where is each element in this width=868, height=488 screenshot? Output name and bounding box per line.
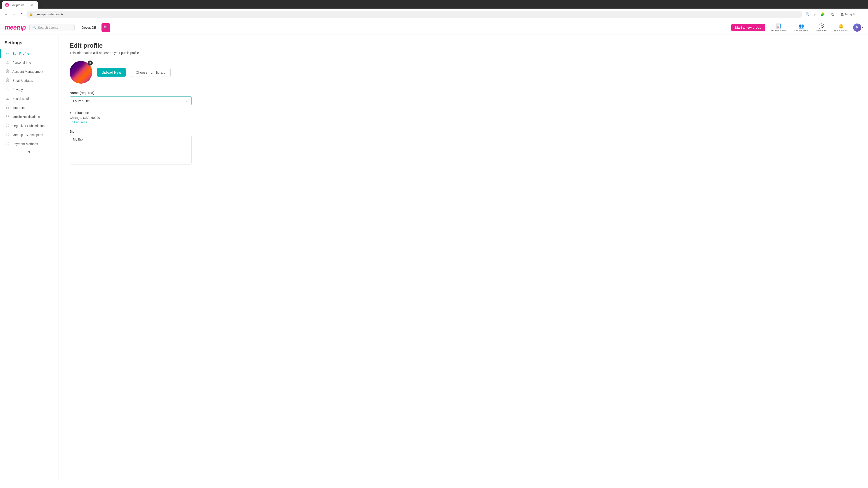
svg-rect-6 — [6, 89, 9, 91]
sidebar-item-privacy[interactable]: Privacy — [0, 85, 59, 94]
notifications-icon: 🔔 — [838, 23, 844, 29]
name-label: Name (required) — [70, 91, 192, 95]
edit-address-link[interactable]: Edit address — [70, 121, 87, 124]
address-bar[interactable]: 🔒 — [26, 11, 802, 18]
incognito-badge: 🕵️ Incognito — [839, 12, 858, 17]
meetup-header: meetup 🔍 Search events Dover, DE 🔍 Start… — [0, 20, 868, 35]
pro-dashboard-label: Pro Dashboard — [771, 29, 787, 32]
reload-button[interactable]: ↻ — [19, 11, 25, 18]
subtitle-bold: will — [93, 51, 98, 55]
sidebar-item-email-updates[interactable]: Email Updates — [0, 76, 59, 85]
bio-section: Bio My Bio — [70, 129, 192, 165]
location-value: Chicago, USA, 60290 — [70, 116, 192, 120]
sidebar-item-payment-methods[interactable]: Payment Methods — [0, 139, 59, 149]
svg-point-0 — [7, 52, 8, 53]
search-nav-icon[interactable]: 🔍 — [804, 11, 811, 18]
sidebar-mobile-notifications-label: Mobile Notifications — [12, 115, 40, 119]
incognito-label: Incognito — [845, 13, 856, 16]
page-title: Edit profile — [70, 42, 857, 49]
svg-point-5 — [7, 80, 8, 80]
social-media-icon — [5, 96, 10, 101]
meetup-logo[interactable]: meetup — [4, 24, 26, 31]
sidebar-account-management-label: Account Management — [12, 70, 43, 73]
photo-section: × Upload New Choose from library — [70, 61, 857, 84]
search-placeholder: Search events — [38, 26, 58, 29]
location-display: Dover, DE — [82, 26, 96, 29]
page-subtitle: This information will appear on your pub… — [70, 51, 857, 55]
lock-icon: 🔒 — [29, 13, 33, 16]
sidebar-personal-info-label: Personal Info — [12, 61, 31, 64]
interests-icon — [5, 105, 10, 110]
menu-icon[interactable]: ⋮ — [859, 11, 865, 18]
nav-bar: ← → ↻ 🔒 🔍 ☆ 🧩 ⧉ 🕵️ Incognito ⋮ — [0, 8, 868, 20]
sidebar-item-organizer-subscription[interactable]: Organizer Subscription — [0, 121, 59, 130]
connections-icon: 👥 — [799, 23, 804, 29]
svg-point-13 — [7, 143, 8, 144]
start-new-group-button[interactable]: Start a new group — [731, 24, 765, 31]
forward-button[interactable]: → — [11, 11, 17, 18]
avatar-chevron-icon: ▾ — [862, 26, 864, 29]
pro-dashboard-nav-item[interactable]: 📊 Pro Dashboard — [769, 22, 789, 33]
svg-marker-10 — [6, 106, 9, 109]
tab-favicon: M — [5, 3, 8, 6]
address-input[interactable] — [35, 13, 799, 16]
sidebar-item-edit-profile[interactable]: Edit Profile — [0, 49, 59, 58]
choose-library-button[interactable]: Choose from library — [131, 68, 170, 77]
sidebar-item-meetup-plus[interactable]: Meetup+ Subscription — [0, 130, 59, 139]
connections-nav-item[interactable]: 👥 Connections — [793, 22, 810, 33]
sidebar-interests-label: Interests — [12, 106, 25, 109]
sidebar-meetup-plus-label: Meetup+ Subscription — [12, 133, 43, 137]
pro-dashboard-icon: 📊 — [776, 23, 782, 29]
notifications-nav-item[interactable]: 🔔 Notifications — [832, 22, 849, 33]
browser-tab[interactable]: M Edit profile ✕ — [2, 1, 38, 8]
nav-separator2 — [837, 12, 837, 17]
tab-title: Edit profile — [10, 3, 24, 7]
sidebar-privacy-label: Privacy — [12, 88, 23, 92]
new-tab-button[interactable]: + — [40, 4, 42, 8]
back-button[interactable]: ← — [3, 11, 9, 18]
privacy-icon — [5, 88, 10, 92]
meetup-plus-icon — [5, 133, 10, 137]
extensions-icon[interactable]: 🧩 — [819, 11, 826, 18]
edit-profile-icon — [5, 51, 10, 56]
messages-nav-item[interactable]: 💬 Messages — [814, 22, 829, 33]
sidebar-item-social-media[interactable]: Social Media — [0, 94, 59, 103]
bio-label: Bio — [70, 129, 192, 133]
nav-actions: 🔍 ☆ 🧩 ⧉ 🕵️ Incognito ⋮ — [804, 11, 865, 18]
svg-point-11 — [7, 125, 8, 126]
search-bar[interactable]: 🔍 Search events — [29, 24, 74, 31]
sidebar-item-mobile-notifications[interactable]: Mobile Notifications — [0, 112, 59, 121]
tab-close-icon[interactable]: ✕ — [30, 3, 34, 7]
sidebar-item-personal-info[interactable]: Personal Info — [0, 58, 59, 67]
settings-sidebar: Settings Edit Profile Personal Info Acco… — [0, 35, 59, 480]
sidebar-scroll-down-button[interactable]: ▼ — [0, 149, 59, 156]
name-input-wrapper: 21 — [70, 96, 192, 105]
sidebar-item-account-management[interactable]: Account Management — [0, 67, 59, 76]
mobile-notifications-icon — [5, 115, 10, 119]
subtitle-normal: This information — [70, 51, 93, 55]
connections-label: Connections — [795, 29, 808, 32]
name-input[interactable] — [70, 96, 192, 105]
sidebar-payment-methods-label: Payment Methods — [12, 142, 38, 146]
nav-separator — [828, 12, 828, 17]
profile-photo-wrapper: × — [70, 61, 92, 84]
avatar-container[interactable]: M ▾ — [853, 24, 864, 32]
svg-point-4 — [7, 71, 8, 72]
location-label: Your location — [70, 111, 192, 115]
email-updates-icon — [5, 78, 10, 83]
bio-textarea[interactable]: My Bio — [70, 135, 192, 164]
bookmark-icon[interactable]: ☆ — [812, 11, 818, 18]
account-management-icon — [5, 69, 10, 74]
search-icon: 🔍 — [32, 26, 36, 29]
split-view-icon[interactable]: ⧉ — [830, 11, 835, 18]
incognito-icon: 🕵️ — [841, 13, 844, 16]
search-submit-button[interactable]: 🔍 — [101, 23, 110, 32]
sidebar-item-interests[interactable]: Interests — [0, 103, 59, 112]
payment-methods-icon — [5, 142, 10, 146]
personal-info-icon — [5, 60, 10, 65]
upload-new-button[interactable]: Upload New — [97, 68, 126, 76]
main-layout: Settings Edit Profile Personal Info Acco… — [0, 35, 868, 480]
organizer-subscription-icon — [5, 124, 10, 128]
location-section: Your location Chicago, USA, 60290 Edit a… — [70, 111, 192, 124]
photo-remove-button[interactable]: × — [88, 61, 93, 66]
